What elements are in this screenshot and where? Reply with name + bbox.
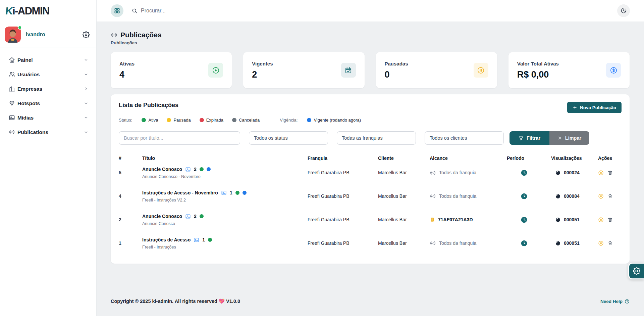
dollar-circle-icon [606,63,621,78]
views-cell: 000024 [551,170,598,176]
stats-cards: Ativas 4 Vigentes 2 Pausadas 0 Valor Tot… [111,52,630,88]
client-cell: Marcellus Bar [378,217,430,222]
user-profile[interactable]: Ivandro [0,22,96,47]
hotspot-icon [9,100,17,106]
user-name: Ivandro [26,32,83,38]
sidebar-item-publications[interactable]: Publications [9,125,88,139]
apps-grid-button[interactable] [111,4,123,17]
actions-cell [598,217,622,223]
clock-icon[interactable] [521,169,528,176]
views-icon [555,240,561,246]
clock-icon[interactable] [521,240,528,247]
publications-list-card: Lista de Publicações Nova Publicação Sta… [111,94,630,264]
sidebar-item-empresas[interactable]: Empresas [9,82,88,96]
sidebar-item-hotspots[interactable]: Hotspots [9,96,88,110]
legend-item-pausada: Pausada [167,118,191,123]
legend-vigencia-label: Vigência: [280,118,298,123]
views-icon [555,217,561,223]
column-header-cliente: Cliente [378,155,430,161]
trash-icon [607,240,613,246]
publication-title: Instruções de Acesso [142,237,191,242]
clear-button[interactable]: Limpar [549,131,589,145]
legend-item-ativa: Ativa [142,118,158,123]
trash-button[interactable] [607,170,613,175]
pause-action-button[interactable] [598,240,604,246]
pause-action-button[interactable] [598,193,604,199]
publication-title: Instruções de Acesso - Novembro [142,190,218,195]
pause-action-button[interactable] [598,217,604,223]
sidebar-item-label: Mídias [17,115,84,121]
title-cell: Anuncie Conosco 2 Anuncie Conosco [142,214,308,226]
sidebar-item-label: Publications [17,129,84,135]
pause-action-icon [598,240,604,246]
stat-card-pausadas: Pausadas 0 [376,52,497,88]
clock-icon[interactable] [521,216,528,223]
table-row[interactable]: 5 Anuncie Conosco 2 Anuncie Cononsco - N… [119,161,622,184]
trash-button[interactable] [607,193,613,199]
moon-icon [620,7,627,14]
chevron-down-icon [84,130,88,134]
row-number: 4 [119,193,142,199]
title-cell: Anuncie Conosco 2 Anuncie Cononsco - Nov… [142,167,308,179]
actions-cell [598,170,622,176]
main-area: Publicações Publicações Ativas 4 Vigente… [97,0,644,316]
table-row[interactable]: 4 Instruções de Acesso - Novembro 1 Free… [119,184,622,208]
image-icon [185,167,191,172]
pause-action-icon [598,193,604,199]
chevron-down-icon [84,101,88,105]
need-help-link[interactable]: Need Help [600,299,630,304]
chevron-right-icon [84,87,88,91]
avatar [5,27,21,43]
clock-icon[interactable] [521,193,528,200]
trash-icon [607,193,613,199]
media-count: 2 [194,214,197,219]
legend-item-expirada: Expirada [200,118,223,123]
sidebar-item-label: Hotspots [17,100,84,106]
search-input[interactable] [141,8,282,14]
calendar-check-icon [341,63,356,78]
views-cell: 000084 [551,193,598,199]
user-settings-gear-icon[interactable] [83,31,90,38]
brand-logo-text: Ki-ADMIN [5,5,49,17]
sidebar-item-label: Painel [17,57,84,63]
filter-button[interactable]: Filtrar [509,131,549,145]
status-dot [200,214,204,218]
table-row[interactable]: 1 Instruções de Acesso 1 Freefi - Instru… [119,231,622,255]
table-body: 5 Anuncie Conosco 2 Anuncie Cononsco - N… [119,161,622,255]
pause-action-button[interactable] [598,170,604,176]
title-search-input[interactable] [119,131,240,145]
client-filter-select[interactable]: Todos os clientes [425,131,504,145]
views-icon [555,170,561,176]
legend-item-vigente-rodando-agora-: Vigente (rodando agora) [307,118,361,123]
client-cell: Marcellus Bar [378,170,430,175]
media-count: 1 [202,237,205,242]
views-cell: 000051 [551,217,598,223]
stat-label: Pausadas [385,61,408,66]
sidebar-item-painel[interactable]: Painel [9,53,88,67]
franchise-filter-select[interactable]: Todas as franquias [337,131,416,145]
chevron-down-icon [84,116,88,120]
publication-subtitle: Anuncie Conosco [142,221,308,226]
sidebar-item-usuarios[interactable]: Usuários [9,67,88,82]
stat-card-ativas: Ativas 4 [111,52,232,88]
actions-cell [598,240,622,246]
trash-button[interactable] [607,217,613,222]
trash-button[interactable] [607,240,613,246]
grid-icon [114,7,120,14]
sidebar-item-midias[interactable]: Mídias [9,110,88,125]
publication-subtitle: Freefi - Instruções V2.2 [142,198,308,202]
period-cell [507,193,551,200]
dark-mode-toggle[interactable] [617,4,630,17]
new-publication-button[interactable]: Nova Publicação [567,102,622,113]
table-row[interactable]: 2 Anuncie Conosco 2 Anuncie Conosco Free… [119,208,622,231]
franchise-cell: Freefi Guarabira PB [308,217,378,222]
column-header-acoes: Ações [598,155,622,161]
image-icon [194,237,199,243]
publication-subtitle: Freefi - Instruções [142,245,308,250]
brand-logo[interactable]: Ki-ADMIN [0,0,96,22]
status-filter-select[interactable]: Todos os status [249,131,328,145]
floating-settings-button[interactable] [628,263,644,279]
device-icon [430,217,435,222]
page-title: Publicações [120,31,162,39]
home-icon [9,57,17,63]
